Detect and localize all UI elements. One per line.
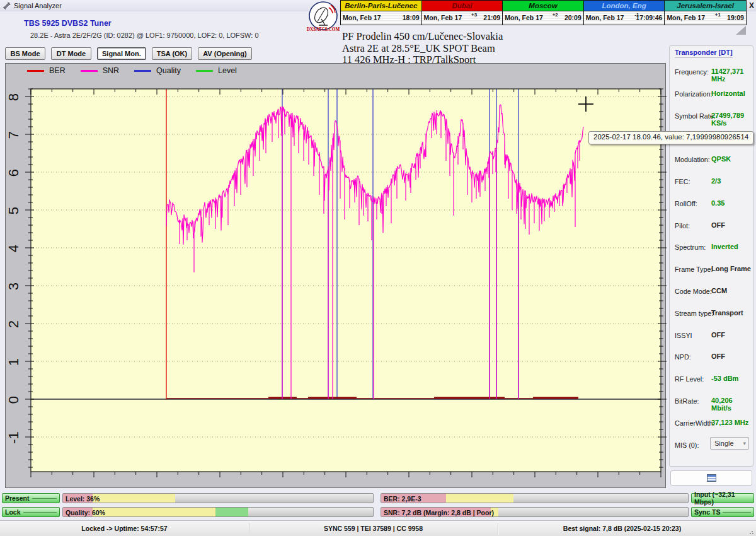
transponder-row: Code Mode:CCM [670,281,753,303]
transponder-row: Frequency:11427,371 MHz [670,61,753,83]
resize-grip[interactable] [749,530,754,535]
status-divider [498,523,498,535]
transponder-label: Code Mode: [675,288,712,295]
world-clocks-panel: Berlin-Paris-LučenecMon, Feb 1718:09Duba… [340,0,747,25]
legend-label: SNR [103,66,119,75]
transponder-label: NPD: [675,353,691,361]
quality-bar: Quality: 60% [62,507,374,517]
transponder-label: Polarization: [675,90,712,98]
level-bar: Level: 36% [62,493,374,503]
clock-city: Dubai [422,1,503,11]
sync-ts-badge: Sync TS [691,507,754,517]
toolbar-button-tsa-ok-[interactable]: TSA (OK) [152,47,192,60]
reception-info-line1: PF Prodelin 450 cm/Lučenec-Slovakia [342,31,503,43]
status-divider [249,523,249,535]
snr-bar: SNR: 7,2 dB (Margin: 2,8 dB | Poor) [381,507,689,517]
signal-chart[interactable]: 876543210-1 [6,64,667,489]
transponder-label: ISSYI [675,332,692,339]
status-best-signal: Best signal: 7,8 dB (2025-02-15 20:23) [498,525,747,532]
legend-label: Quality [156,66,181,75]
toolbar-button-dt-mode[interactable]: DT Mode [51,47,91,60]
toolbar-button-av-opening-[interactable]: AV (Opening) [198,47,251,60]
transponder-label: FEC: [675,178,690,185]
signal-chart-panel: BERSNRQualityLevel 876543210-1 2025-02-1… [5,63,666,488]
clock-2: MoscowMon, Feb 17+220:09 [503,1,584,25]
transponder-row: CarrierWidth:37,123 MHz [670,412,753,434]
transponder-value: 2/3 [711,177,721,185]
input-badge: Input (~32,31 Mbps) [691,493,754,503]
ts-details-button[interactable] [670,470,752,486]
transponder-value: CCM [711,287,727,294]
bar-label: SNR: 7,2 dB (Margin: 2,8 dB | Poor) [384,509,494,516]
mode-toolbar: BS ModeDT ModeSignal Mon.TSA (OK)AV (Ope… [5,47,252,60]
clock-date: Mon, Feb 17 [424,14,462,21]
clock-resize-grip[interactable] [736,26,746,35]
transponder-value: Horizontal [711,90,745,97]
app-dish-icon [3,1,11,9]
dxsatcs-logo: DXSATCS.COM [306,0,340,34]
y-axis-tick-label: 3 [6,283,21,290]
bar-segment [93,508,215,516]
clock-time: 20:09 [564,14,581,21]
bar-segment [446,494,514,503]
legend-item-ber: BER [27,66,66,75]
toolbar-button-signal-mon-[interactable]: Signal Mon. [97,47,146,60]
transponder-row: Polarization:Horizontal [670,83,753,105]
clock-1: DubaiMon, Feb 17+321:09 [422,1,503,25]
legend-swatch [134,70,151,72]
legend-label: BER [49,66,66,75]
transponder-value: 27499,789 KS/s [711,112,753,127]
clock-utc-offset: +1 [715,12,721,18]
transponder-label: Modulation: [675,156,710,163]
close-icon[interactable]: X [747,1,756,10]
clock-city: Moscow [503,1,583,11]
y-axis-tick-label: 8 [6,93,21,101]
chevron-down-icon: ▾ [743,440,746,446]
transponder-row: BitRate:40,206 Mbit/s [670,390,753,412]
transponder-row: Symbol Rate:27499,789 KS/s [670,105,753,127]
transponder-value: 37,123 MHz [711,419,748,426]
lock-badge: Lock [2,507,60,517]
y-axis-tick-label: 0 [6,396,21,404]
clock-3: London, EngMon, Feb 17-117:09:46 [584,1,665,25]
ber-bar: BER: 2,9E-3 [381,493,689,503]
y-axis-tick-label: 4 [6,245,21,252]
clock-4: Jerusalem-IsraelMon, Feb 17+119:09 [665,1,746,25]
transponder-row: Modulation:QPSK [670,149,753,171]
mis-row: MIS (0):Single▾ [670,434,753,457]
bar-segment [93,494,175,503]
y-axis-tick-label: 6 [6,169,21,177]
mis-select[interactable]: Single▾ [710,437,749,450]
transport-stream-icon [707,474,716,482]
transponder-label: RollOff: [675,200,697,207]
legend-item-quality: Quality [134,66,181,75]
legend-swatch [27,70,44,72]
status-sync-counters: SYNC 559 | TEI 37589 | CC 9958 [249,525,498,532]
transponder-value: 11427,371 MHz [711,67,753,83]
status-uptime: Locked -> Uptime: 54:57:57 [0,525,249,532]
clock-city: London, Eng [584,1,665,11]
transponder-value: QPSK [711,155,731,163]
clock-0: Berlin-Paris-LučenecMon, Feb 1718:09 [341,1,422,25]
clock-time: 17:09:46 [636,14,662,21]
bar-label: BER: 2,9E-3 [384,495,421,503]
toolbar-button-bs-mode[interactable]: BS Mode [5,47,45,60]
bar-segment [215,508,248,516]
legend-item-snr: SNR [81,66,119,75]
clock-time: 18:09 [403,14,420,21]
transponder-value: Long Frame [711,265,751,272]
transponder-label: Spectrum: [675,243,706,251]
present-badge: Present [2,493,60,503]
chart-tooltip: 2025-02-17 18.09.46, value: 7,1999998092… [588,131,753,144]
legend-label: Level [218,66,237,75]
clock-city: Berlin-Paris-Lučenec [341,1,421,11]
logo-text: DXSATCS.COM [307,27,340,32]
transponder-label: Pilot: [675,222,690,230]
transponder-label: MIS (0): [675,441,699,449]
window-title: Signal Analyzer [14,2,62,9]
clock-time: 21:09 [483,14,500,21]
legend-swatch [196,70,213,72]
clock-date: Mon, Feb 17 [343,14,381,21]
transponder-value: 0.35 [711,199,724,207]
clock-display: Mon, Feb 17+321:09 [422,11,503,25]
